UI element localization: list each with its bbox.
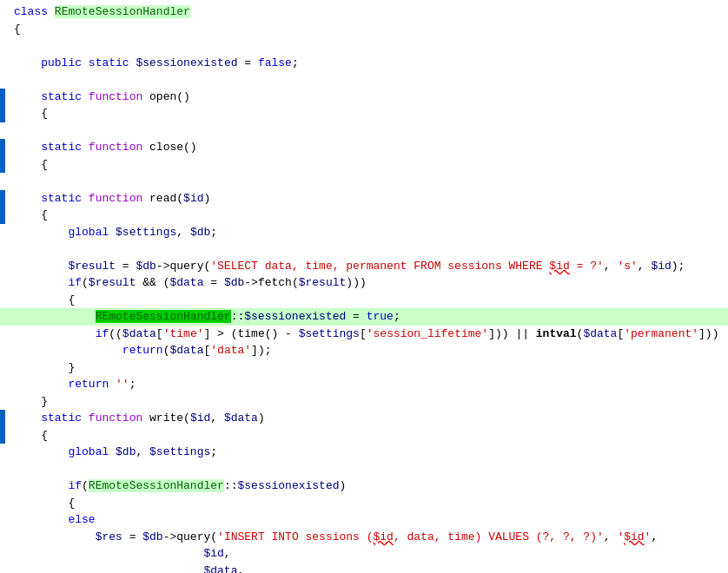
line-content-32: $res = $db->query('INSERT INTO sessions … <box>7 529 728 546</box>
line-marker-1 <box>0 3 5 21</box>
line-marker-21 <box>0 342 5 359</box>
line-content-18: { <box>7 292 728 309</box>
line-marker-26 <box>0 427 5 445</box>
line-content-21: return($data['data']); <box>7 342 728 359</box>
code-line-29: if(REmoteSessionHandler::$sessionexisted… <box>0 478 728 495</box>
code-line-27: global $db, $settings; <box>0 444 728 461</box>
line-content-10: { <box>7 156 728 174</box>
line-content-9: static function close() <box>7 139 728 156</box>
code-line-6: static function open() <box>0 89 728 106</box>
code-line-20: if(($data['time'] > (time() - $settings[… <box>0 326 728 343</box>
line-marker-8 <box>0 122 5 140</box>
line-content-11 <box>7 173 728 190</box>
line-content-14: global $settings, $db; <box>7 224 728 241</box>
line-content-26: { <box>7 427 728 445</box>
line-marker-17 <box>0 274 5 292</box>
line-content-2: { <box>7 21 728 38</box>
line-marker-24 <box>0 393 5 411</box>
code-line-23: return ''; <box>0 376 728 393</box>
code-line-5 <box>0 71 728 89</box>
line-content-7: { <box>7 105 728 122</box>
line-content-34: $data, <box>7 563 728 574</box>
line-content-13: { <box>7 207 728 224</box>
code-line-14: global $settings, $db; <box>0 224 728 241</box>
line-marker-14 <box>0 224 5 241</box>
code-line-3 <box>0 37 728 55</box>
line-content-31: else <box>7 511 728 529</box>
code-editor: class REmoteSessionHandler { public stat… <box>0 0 728 573</box>
line-content-28 <box>7 461 728 478</box>
line-content-24: } <box>7 393 728 411</box>
line-marker-10 <box>0 156 5 174</box>
code-line-25: static function write($id, $data) <box>0 410 728 427</box>
line-marker-19 <box>0 308 5 326</box>
line-content-19: REmoteSessionHandler::$sessionexisted = … <box>7 308 728 326</box>
line-content-8 <box>7 122 728 140</box>
code-line-31: else <box>0 511 728 529</box>
line-marker-27 <box>0 444 5 461</box>
code-line-13: { <box>0 207 728 224</box>
code-line-10: { <box>0 156 728 174</box>
code-line-12: static function read($id) <box>0 190 728 207</box>
line-content-15 <box>7 240 728 258</box>
code-line-24: } <box>0 393 728 411</box>
line-content-20: if(($data['time'] > (time() - $settings[… <box>7 326 728 343</box>
code-line-1: class REmoteSessionHandler <box>0 3 728 21</box>
line-content-12: static function read($id) <box>7 190 728 207</box>
line-content-33: $id, <box>7 545 728 563</box>
line-marker-30 <box>0 495 5 512</box>
code-line-32: $res = $db->query('INSERT INTO sessions … <box>0 529 728 546</box>
line-marker-9 <box>0 139 5 156</box>
line-marker-18 <box>0 292 5 309</box>
line-marker-32 <box>0 529 5 546</box>
code-line-21: return($data['data']); <box>0 342 728 359</box>
line-marker-16 <box>0 258 5 275</box>
line-marker-4 <box>0 55 5 72</box>
line-content-5 <box>7 71 728 89</box>
line-marker-22 <box>0 359 5 377</box>
line-marker-28 <box>0 461 5 478</box>
code-line-8 <box>0 122 728 140</box>
line-marker-20 <box>0 326 5 343</box>
code-line-22: } <box>0 359 728 377</box>
line-marker-25 <box>0 410 5 427</box>
line-marker-6 <box>0 89 5 106</box>
code-line-26: { <box>0 427 728 445</box>
line-marker-34 <box>0 563 5 574</box>
line-marker-15 <box>0 240 5 258</box>
line-marker-3 <box>0 37 5 55</box>
line-content-4: public static $sessionexisted = false; <box>7 55 728 72</box>
line-content-1: class REmoteSessionHandler <box>7 3 728 21</box>
code-line-33: $id, <box>0 545 728 563</box>
line-content-3 <box>7 37 728 55</box>
code-line-16: $result = $db->query('SELECT data, time,… <box>0 258 728 275</box>
line-content-16: $result = $db->query('SELECT data, time,… <box>7 258 728 275</box>
line-marker-11 <box>0 173 5 190</box>
code-line-18: { <box>0 292 728 309</box>
code-line-4: public static $sessionexisted = false; <box>0 55 728 72</box>
line-content-6: static function open() <box>7 89 728 106</box>
line-content-23: return ''; <box>7 376 728 393</box>
line-content-17: if($result && ($data = $db->fetch($resul… <box>7 274 728 292</box>
code-line-19: REmoteSessionHandler::$sessionexisted = … <box>0 308 728 326</box>
line-content-27: global $db, $settings; <box>7 444 728 461</box>
line-marker-31 <box>0 511 5 529</box>
line-content-25: static function write($id, $data) <box>7 410 728 427</box>
code-line-9: static function close() <box>0 139 728 156</box>
line-content-29: if(REmoteSessionHandler::$sessionexisted… <box>7 478 728 495</box>
code-line-15 <box>0 240 728 258</box>
code-line-17: if($result && ($data = $db->fetch($resul… <box>0 274 728 292</box>
code-line-30: { <box>0 495 728 512</box>
code-line-7: { <box>0 105 728 122</box>
line-marker-5 <box>0 71 5 89</box>
line-marker-33 <box>0 545 5 563</box>
line-marker-29 <box>0 478 5 495</box>
line-marker-2 <box>0 21 5 38</box>
code-line-11 <box>0 173 728 190</box>
line-content-30: { <box>7 495 728 512</box>
code-line-34: $data, <box>0 563 728 574</box>
line-marker-13 <box>0 207 5 224</box>
code-line-28 <box>0 461 728 478</box>
line-marker-7 <box>0 105 5 122</box>
code-line-2: { <box>0 21 728 38</box>
